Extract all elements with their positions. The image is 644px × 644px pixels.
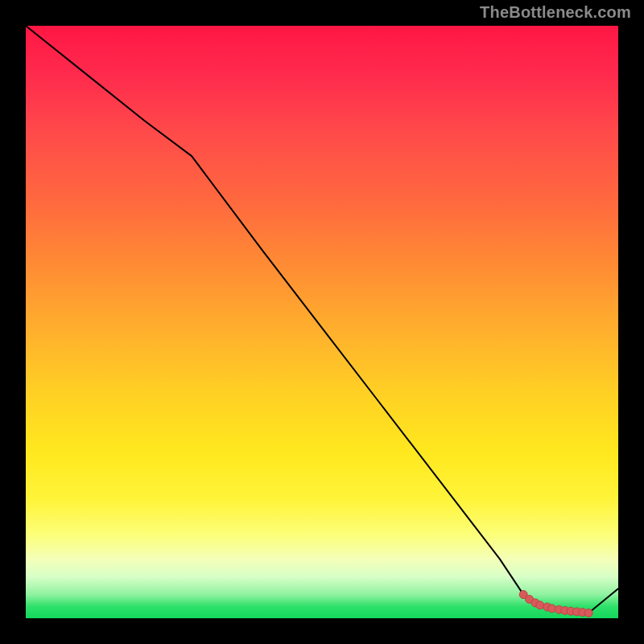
chart-frame: TheBottleneck.com: [0, 0, 644, 644]
floor-dots: [519, 591, 592, 617]
dot: [584, 609, 592, 617]
curve-line: [26, 26, 618, 613]
chart-overlay: [26, 26, 618, 618]
dot: [536, 601, 544, 609]
watermark-text: TheBottleneck.com: [480, 3, 631, 22]
